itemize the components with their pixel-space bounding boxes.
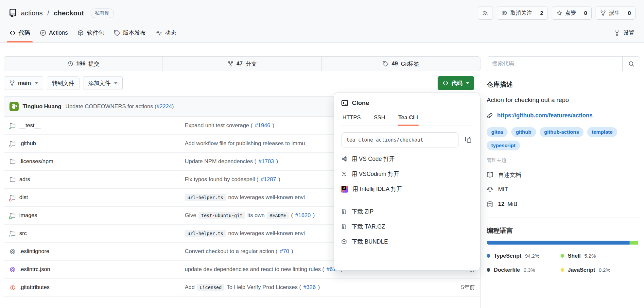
file-name-cell: .github (9, 140, 185, 147)
unwatch-button[interactable]: 取消关注 2 (497, 7, 548, 20)
clone-open-item[interactable]: 用 VSCodium 打开 (341, 166, 473, 181)
goto-file-button[interactable]: 转到文件 (47, 76, 79, 90)
issue-link[interactable]: #1287 (261, 176, 276, 183)
avatar[interactable] (9, 102, 19, 111)
language-dot (561, 254, 564, 258)
topic-pill[interactable]: typescript (487, 141, 520, 150)
clone-open-item-label: 用 Intellij IDEA 打开 (353, 185, 402, 193)
copy-button[interactable] (464, 136, 473, 144)
file-name-link[interactable]: src (19, 230, 27, 237)
message-text: ) (291, 248, 293, 255)
file-name-cell: .eslintignore (9, 248, 185, 255)
issue-link[interactable]: #70 (280, 248, 289, 255)
clone-command-input[interactable]: tea clone actions/checkout (341, 132, 459, 147)
repo-tab[interactable]: 软件包 (73, 26, 109, 42)
readme-row[interactable]: 自述文档 (487, 167, 640, 182)
clone-dropdown: Clone HTTPS SSH Tea CLI tea clone action… (334, 93, 480, 271)
tags-count: 49 (392, 60, 398, 67)
eye-icon (501, 10, 507, 16)
language-percent: 0.2% (599, 267, 610, 273)
message-text: Convert checkout to a regular action ( (185, 248, 277, 255)
commit-message-text: Update CODEOWNERS for actions ( (65, 103, 157, 110)
language-dot (561, 268, 564, 272)
repo-tab-label: 版本发布 (123, 29, 146, 37)
clone-tabs: HTTPS SSH Tea CLI (341, 114, 473, 126)
message-text: ) (313, 212, 315, 219)
issue-link[interactable]: #1620 (295, 212, 311, 219)
issue-link[interactable]: #2224 (156, 103, 172, 110)
message-text: now leverages well-known envi (228, 194, 305, 201)
topic-pill[interactable]: template (587, 127, 617, 137)
file-name-link[interactable]: dist (19, 194, 28, 201)
repo-tab[interactable]: 动态 (151, 26, 181, 42)
commit-author-link[interactable]: Tingluo Huang (23, 103, 61, 110)
file-name-link[interactable]: .github (19, 140, 36, 147)
fork-button[interactable]: 派生 0 (596, 7, 635, 20)
settings-label: 设置 (623, 29, 635, 37)
fork-count[interactable]: 0 (624, 7, 631, 19)
stat-commits[interactable]: 196 提交 (4, 57, 163, 71)
branch-selector[interactable]: main (4, 76, 43, 90)
file-name-cell: .gitattributes (9, 284, 185, 291)
license-row[interactable]: MIT (487, 182, 640, 197)
play-icon (40, 30, 46, 36)
message-text: To Help Verify Prod Licenses ( (227, 284, 301, 291)
repo-tab[interactable]: 代码 (5, 26, 35, 42)
search-button[interactable] (622, 57, 640, 71)
issue-link[interactable]: #1703 (258, 158, 274, 165)
file-name-link[interactable]: images (19, 212, 37, 219)
topic-pill[interactable]: github-actions (540, 127, 584, 137)
repo-name-link[interactable]: checkout (54, 9, 84, 17)
clone-download-item-label: 下载 ZIP (352, 208, 374, 215)
website-link[interactable]: https://github.com/features/actions (497, 112, 593, 119)
topic-pill[interactable]: gitea (487, 127, 508, 137)
file-name-link[interactable]: .eslintignore (19, 248, 49, 255)
commit-message-suffix: ) (172, 103, 174, 110)
issue-link[interactable]: #1946 (255, 122, 270, 129)
watch-count[interactable]: 2 (536, 7, 543, 19)
zip-icon (341, 209, 347, 214)
message-text: Fix typos found by codespell ( (185, 176, 258, 183)
clone-open-item[interactable]: IJ 用 Intellij IDEA 打开 (341, 181, 473, 197)
language-name: JavaScript (568, 267, 595, 273)
file-name-link[interactable]: .eslintrc.json (19, 266, 50, 273)
code-button[interactable]: 代码 (438, 76, 474, 90)
repo-owner-link[interactable]: actions (21, 9, 43, 17)
clone-download-item[interactable]: 下载 TAR.GZ (341, 219, 473, 234)
repo-tab[interactable]: 版本发布 (109, 26, 151, 42)
search-input[interactable] (487, 57, 622, 71)
clone-download-item[interactable]: 下载 ZIP (341, 204, 473, 219)
stat-tags[interactable]: 49 Git标签 (322, 57, 480, 71)
file-name-link[interactable]: __test__ (19, 122, 41, 129)
manage-topics-link[interactable]: 管理主题 (487, 157, 506, 163)
file-name-link[interactable]: adrs (19, 176, 30, 183)
language-percent: 0.3% (524, 267, 535, 273)
repo-tab[interactable]: Actions (35, 26, 73, 42)
clone-tab[interactable]: SSH (373, 114, 386, 126)
readme-label: 自述文档 (498, 171, 521, 179)
stat-branches[interactable]: 47 分支 (163, 57, 321, 71)
repo-description: Action for checking out a repo (487, 96, 640, 104)
rss-button[interactable] (478, 7, 493, 20)
rss-icon (482, 10, 488, 16)
message-text: ) (318, 284, 320, 291)
star-button[interactable]: 点赞 0 (552, 7, 592, 20)
clone-open-item[interactable]: 用 VS Code 打开 (341, 151, 473, 166)
clone-tab[interactable]: Tea CLI (398, 114, 419, 126)
add-file-button[interactable]: 添加文件 (83, 76, 123, 90)
file-name-link[interactable]: .licenses/npm (19, 158, 53, 165)
clone-tab[interactable]: HTTPS (342, 114, 361, 126)
issue-link[interactable]: #326 (303, 284, 316, 291)
clone-title: Clone (352, 99, 369, 107)
history-icon (67, 61, 73, 67)
tab-settings[interactable]: 设置 (609, 26, 639, 42)
table-row: .gitattributes AddLicensedTo Help Verify… (4, 279, 480, 297)
file-name-link[interactable]: .gitattributes (19, 284, 50, 291)
description-title: 仓库描述 (487, 80, 640, 89)
topic-pill[interactable]: github (511, 127, 536, 137)
message-text: Update NPM dependencies ( (185, 158, 256, 165)
star-count[interactable]: 0 (580, 7, 587, 19)
clone-download-item[interactable]: 下载 BUNDLE (341, 234, 473, 249)
vscode-icon (341, 156, 347, 162)
license-label: MIT (498, 186, 508, 193)
